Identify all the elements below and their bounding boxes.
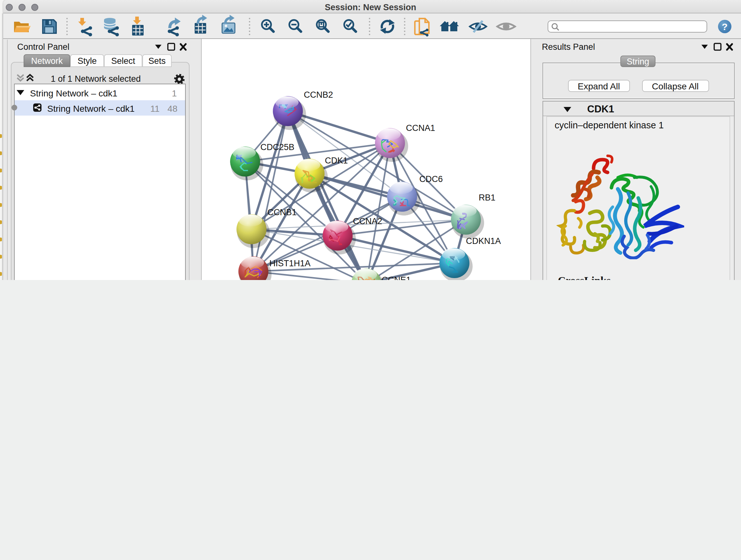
svg-text:CDKN1A: CDKN1A [466, 236, 501, 246]
svg-text:CDC6: CDC6 [419, 174, 443, 184]
svg-text:CDK1: CDK1 [325, 156, 348, 165]
svg-text:CCNE1: CCNE1 [382, 275, 411, 280]
svg-text:CCNA1: CCNA1 [406, 123, 435, 133]
svg-text:CCNB1: CCNB1 [267, 207, 297, 217]
svg-text:CDC25B: CDC25B [260, 142, 294, 152]
svg-text:CCNA2: CCNA2 [353, 216, 382, 226]
svg-text:CCNB2: CCNB2 [304, 90, 333, 100]
svg-text:HIST1H1A: HIST1H1A [269, 259, 311, 268]
svg-text:RB1: RB1 [479, 193, 495, 202]
